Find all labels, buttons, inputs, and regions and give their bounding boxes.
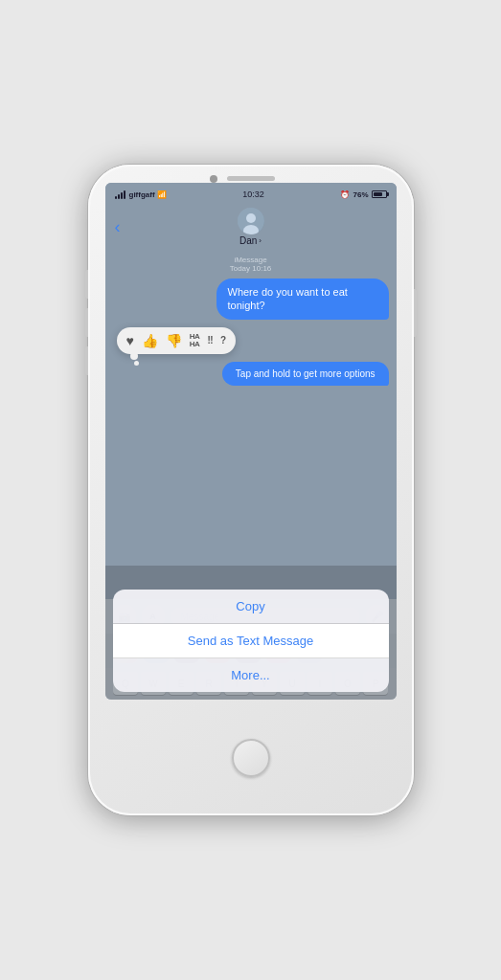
- action-copy[interactable]: Copy: [113, 590, 389, 624]
- action-sheet: Copy Send as Text Message More...: [113, 590, 389, 692]
- reaction-exclaim[interactable]: !!: [207, 335, 213, 345]
- action-more[interactable]: More...: [113, 658, 389, 692]
- reaction-dislike[interactable]: 👎: [166, 334, 182, 347]
- action-sheet-overlay: Copy Send as Text Message More...: [105, 566, 397, 700]
- back-button[interactable]: ‹: [115, 217, 121, 237]
- wifi-icon: 📶: [157, 190, 167, 199]
- status-time: 10:32: [242, 189, 264, 199]
- screen: giffgaff 📶 10:32 ⏰ 76% ‹: [105, 183, 397, 700]
- avatar: [238, 208, 264, 234]
- action-send-text[interactable]: Send as Text Message: [113, 624, 389, 658]
- alarm-icon: ⏰: [340, 190, 350, 199]
- message-bubble[interactable]: Where do you want to eat tonight?: [216, 278, 389, 320]
- signal-bar-4: [124, 190, 125, 199]
- status-bar: giffgaff 📶 10:32 ⏰ 76%: [105, 183, 397, 204]
- contact-name: Dan ›: [239, 235, 262, 246]
- phone-top: [88, 165, 414, 181]
- chevron-icon: ›: [259, 236, 262, 245]
- reaction-bar[interactable]: ♥ 👍 👎 HAHA !! ?: [117, 327, 236, 354]
- home-button-area: [232, 700, 270, 815]
- status-right: ⏰ 76%: [340, 190, 386, 199]
- battery-fill: [374, 192, 382, 196]
- speaker: [227, 176, 275, 181]
- messages-area: iMessage Today 10:16 Where do you want t…: [105, 252, 397, 599]
- signal-bar-3: [121, 192, 123, 199]
- nav-bar: ‹ Dan ›: [105, 204, 397, 252]
- signal-bar-1: [115, 196, 117, 199]
- signal-bars: [115, 190, 125, 199]
- contact-info[interactable]: Dan ›: [238, 208, 264, 246]
- status-left: giffgaff 📶: [115, 190, 167, 199]
- battery-percent: 76%: [353, 190, 368, 199]
- camera: [210, 175, 217, 183]
- battery-icon: [372, 190, 387, 198]
- tap-hold-bubble: Tap and hold to get more options: [222, 362, 389, 386]
- reaction-heart[interactable]: ♥: [126, 334, 134, 347]
- reaction-like[interactable]: 👍: [142, 334, 158, 347]
- svg-point-1: [246, 213, 256, 223]
- carrier-name: giffgaff: [129, 190, 155, 199]
- reaction-haha[interactable]: HAHA: [190, 333, 200, 348]
- reaction-question[interactable]: ?: [220, 335, 226, 345]
- home-button[interactable]: [232, 739, 270, 777]
- phone-frame: giffgaff 📶 10:32 ⏰ 76% ‹: [88, 165, 414, 815]
- signal-bar-2: [118, 194, 120, 199]
- imessage-label: iMessage Today 10:16: [230, 256, 272, 273]
